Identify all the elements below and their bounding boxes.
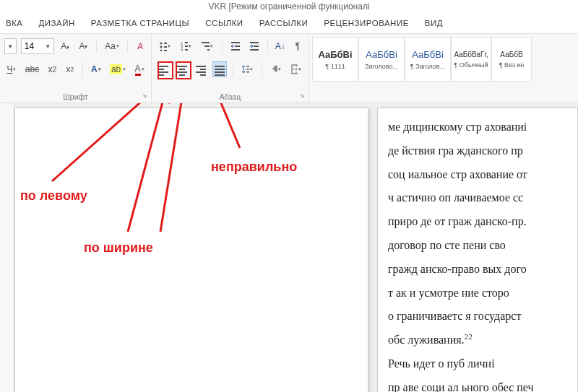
superscript-button[interactable]: x2 (64, 61, 77, 77)
svg-rect-13 (204, 45, 210, 47)
tab-vstavka[interactable]: ВКА (6, 19, 23, 27)
page-text[interactable]: ме дицинскому стр ахованиіде йствия гра … (377, 108, 578, 392)
align-left-icon (158, 64, 168, 74)
group-paragraph: ▾ 123▾ ▾ A↓ ¶ (152, 34, 309, 103)
document-body-text: ме дицинскому стр ахованиіде йствия гра … (388, 116, 577, 392)
font-size-combo[interactable]: ▾ (21, 38, 54, 54)
svg-rect-12 (202, 42, 210, 43)
highlight-button[interactable]: ab▾ (108, 61, 128, 77)
show-marks-button[interactable]: ¶ (291, 38, 304, 54)
svg-rect-1 (164, 43, 167, 44)
tab-design[interactable]: ДИЗАЙН (39, 19, 75, 27)
svg-rect-20 (250, 49, 259, 51)
group-font: ▾ ▾ A▴ A▾ Aa▾ A̷ Ч▾ abc x2 x2 A▾ (0, 34, 152, 103)
decrease-indent-button[interactable] (228, 38, 243, 54)
svg-rect-23 (246, 71, 249, 73)
svg-rect-15 (231, 42, 240, 43)
styles-gallery[interactable]: АаБбВі ¶ 1111 АаБбВі Заголово... АаБбВі … (312, 37, 575, 82)
svg-point-4 (160, 50, 163, 52)
svg-rect-18 (250, 42, 259, 43)
ribbon-tabs: ВКА ДИЗАЙН РАЗМЕТКА СТРАНИЦЫ ССЫЛКИ РАСС… (0, 14, 578, 34)
font-dialog-launcher[interactable]: ↘ (140, 92, 149, 100)
style-heading2[interactable]: АаБбВі ¶ Заголов... (405, 37, 451, 82)
svg-point-0 (160, 43, 163, 45)
align-justify-button[interactable] (212, 61, 227, 77)
align-left-button[interactable] (156, 61, 171, 77)
svg-rect-5 (164, 50, 167, 51)
align-center-button[interactable] (175, 61, 189, 77)
bullets-button[interactable]: ▾ (156, 38, 173, 54)
svg-point-2 (160, 46, 163, 48)
clear-format-button[interactable]: A̷ (134, 38, 147, 54)
align-center-icon (177, 64, 187, 74)
strike-button[interactable]: abc (23, 61, 42, 77)
paragraph-dialog-launcher[interactable]: ↘ (298, 92, 306, 100)
svg-rect-3 (164, 46, 167, 48)
borders-button[interactable]: ▾ (288, 61, 304, 77)
tab-view[interactable]: ВИД (425, 19, 443, 27)
group-paragraph-label: Абзац (156, 91, 304, 101)
multilevel-button[interactable]: ▾ (199, 38, 216, 54)
svg-rect-22 (246, 69, 249, 70)
page-blank[interactable] (14, 108, 368, 392)
text-effects-button[interactable]: A▾ (89, 61, 103, 77)
svg-rect-17 (231, 49, 240, 51)
style-1111[interactable]: АаБбВі ¶ 1111 (312, 37, 358, 82)
tab-references[interactable]: ССЫЛКИ (205, 19, 243, 27)
chevron-down-icon[interactable]: ▾ (5, 43, 15, 50)
vertical-ruler[interactable] (0, 103, 14, 392)
style-heading1[interactable]: АаБбВі Заголово... (358, 37, 405, 82)
svg-text:3: 3 (181, 48, 184, 51)
style-no-spacing[interactable]: АаБбВ ¶ Без ин (491, 37, 532, 82)
svg-rect-9 (185, 45, 189, 47)
group-font-label: Шрифт (4, 91, 147, 101)
tab-review[interactable]: РЕЦЕНЗИРОВАНИЕ (324, 19, 409, 27)
svg-rect-19 (254, 45, 259, 47)
change-case-button[interactable]: Aa▾ (103, 38, 121, 54)
svg-rect-11 (185, 49, 189, 51)
document-area: ме дицинскому стр ахованиіде йствия гра … (0, 103, 578, 392)
align-justify-icon (215, 64, 225, 74)
line-spacing-button[interactable]: ▾ (238, 61, 256, 77)
svg-rect-21 (246, 66, 249, 67)
font-color-button[interactable]: A▾ (132, 61, 147, 77)
subscript-button[interactable]: x2 (46, 61, 59, 77)
shrink-font-button[interactable]: A▾ (77, 38, 90, 54)
style-normal[interactable]: АаБбВвГг, ¶ Обычный (451, 37, 491, 82)
font-size-input[interactable] (22, 41, 43, 51)
align-right-button[interactable] (194, 61, 208, 77)
ribbon: ▾ ▾ A▴ A▾ Aa▾ A̷ Ч▾ abc x2 x2 A▾ (0, 34, 578, 103)
svg-rect-7 (185, 42, 189, 43)
tab-mailings[interactable]: РАССЫЛКИ (259, 19, 309, 27)
chevron-down-icon[interactable]: ▾ (43, 43, 53, 50)
tab-layout[interactable]: РАЗМЕТКА СТРАНИЦЫ (91, 19, 190, 27)
underline-button[interactable]: Ч▾ (4, 61, 19, 77)
align-right-icon (196, 64, 206, 74)
font-name-combo[interactable]: ▾ (4, 38, 17, 54)
numbering-button[interactable]: 123▾ (178, 38, 195, 54)
increase-indent-button[interactable] (247, 38, 262, 54)
svg-rect-14 (207, 49, 210, 51)
shading-button[interactable]: ▾ (268, 61, 284, 77)
grow-font-button[interactable]: A▴ (59, 38, 72, 54)
sort-button[interactable]: A↓ (274, 38, 287, 54)
svg-rect-16 (235, 45, 240, 47)
window-title: VKR [Режим ограниченной функционалі (0, 0, 578, 14)
group-styles: АаБбВі ¶ 1111 АаБбВі Заголово... АаБбВі … (309, 34, 578, 103)
